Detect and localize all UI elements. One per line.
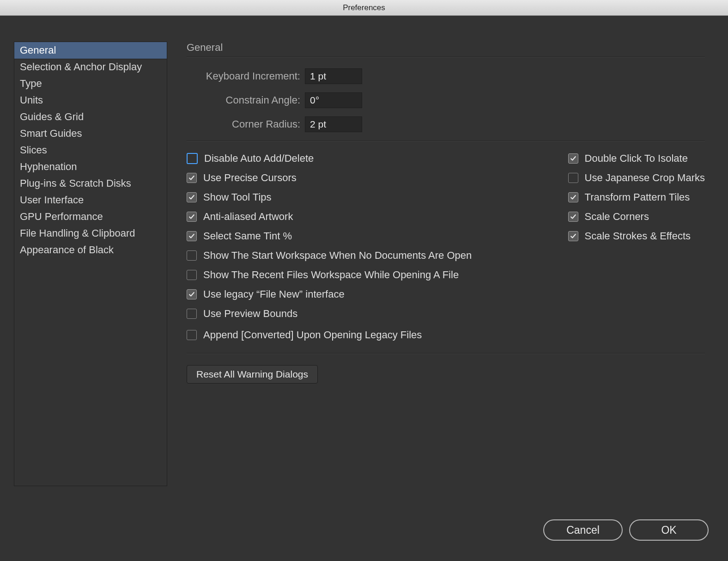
checkbox-label: Disable Auto Add/Delete — [204, 152, 314, 165]
sidebar-item-user-interface[interactable]: User Interface — [14, 192, 167, 208]
left-checkbox-row: Anti-aliased Artwork — [187, 211, 554, 223]
left-checkbox-row: Use legacy “File New” interface — [187, 288, 554, 300]
sidebar-item-label: Hyphenation — [20, 161, 77, 172]
sidebar-item-plug-ins-scratch-disks[interactable]: Plug-ins & Scratch Disks — [14, 175, 167, 192]
constrain-angle-input[interactable] — [305, 92, 362, 108]
right-checkbox-row: Scale Corners — [568, 211, 705, 223]
divider — [187, 56, 705, 57]
checkbox[interactable] — [187, 192, 197, 202]
sidebar-item-hyphenation[interactable]: Hyphenation — [14, 159, 167, 175]
checkbox[interactable] — [187, 309, 197, 319]
reset-button-label: Reset All Warning Dialogs — [196, 369, 308, 380]
checkbox-label: Use Preview Bounds — [203, 308, 297, 320]
left-checkbox-row: Show The Start Workspace When No Documen… — [187, 250, 554, 262]
checkbox[interactable] — [568, 192, 578, 202]
checkbox-label: Scale Strokes & Effects — [585, 230, 691, 242]
right-checkbox-row: Use Japanese Crop Marks — [568, 172, 705, 184]
checkbox[interactable] — [568, 212, 578, 222]
sidebar-item-smart-guides[interactable]: Smart Guides — [14, 125, 167, 142]
sidebar-item-units[interactable]: Units — [14, 92, 167, 109]
ok-button-label: OK — [661, 524, 676, 537]
checkbox-label: Transform Pattern Tiles — [585, 191, 690, 203]
category-sidebar: GeneralSelection & Anchor DisplayTypeUni… — [14, 42, 167, 486]
checkbox-label: Double Click To Isolate — [585, 152, 688, 165]
sidebar-item-slices[interactable]: Slices — [14, 142, 167, 159]
sidebar-item-label: File Handling & Clipboard — [20, 227, 135, 239]
general-panel: General Keyboard Increment: Constrain An… — [187, 42, 714, 384]
sidebar-item-label: Smart Guides — [20, 128, 82, 139]
sidebar-item-label: Type — [20, 78, 42, 89]
keyboard-increment-label: Keyboard Increment: — [187, 70, 305, 82]
sidebar-item-label: Plug-ins & Scratch Disks — [20, 177, 131, 189]
left-checkbox-row: Disable Auto Add/Delete — [187, 152, 554, 165]
cancel-button[interactable]: Cancel — [543, 519, 623, 541]
panel-title: General — [187, 42, 705, 54]
keyboard-increment-input[interactable] — [305, 68, 362, 84]
checkbox[interactable] — [187, 212, 197, 222]
checkbox-label: Use Precise Cursors — [203, 172, 297, 184]
checkbox-area: Disable Auto Add/DeleteUse Precise Curso… — [187, 152, 705, 320]
sidebar-item-file-handling-clipboard[interactable]: File Handling & Clipboard — [14, 225, 167, 242]
checkbox-label: Show Tool Tips — [203, 191, 272, 203]
checkbox[interactable] — [187, 250, 197, 261]
constrain-angle-label: Constrain Angle: — [187, 94, 305, 106]
checkbox-label: Select Same Tint % — [203, 230, 292, 242]
right-checkbox-row: Transform Pattern Tiles — [568, 191, 705, 203]
window-title-bar: Preferences — [0, 0, 728, 16]
corner-radius-row: Corner Radius: — [187, 116, 705, 132]
checkbox-column-left: Disable Auto Add/DeleteUse Precise Curso… — [187, 152, 554, 320]
left-checkbox-row: Show Tool Tips — [187, 191, 554, 203]
sidebar-item-label: Guides & Grid — [20, 111, 84, 122]
left-checkbox-row: Use Precise Cursors — [187, 172, 554, 184]
checkbox-label: Show The Start Workspace When No Documen… — [203, 250, 472, 262]
checkbox[interactable] — [187, 330, 197, 340]
checkbox[interactable] — [568, 153, 578, 164]
checkbox-column-right: Double Click To IsolateUse Japanese Crop… — [568, 152, 705, 320]
ok-button[interactable]: OK — [629, 519, 709, 541]
bottom-checkbox-row: Append [Converted] Upon Opening Legacy F… — [187, 329, 705, 341]
checkbox[interactable] — [187, 289, 197, 299]
divider — [187, 353, 705, 354]
sidebar-item-appearance-of-black[interactable]: Appearance of Black — [14, 242, 167, 258]
dialog-footer: Cancel OK — [543, 519, 709, 541]
checkbox-label: Use Japanese Crop Marks — [585, 172, 705, 184]
sidebar-item-label: Slices — [20, 144, 47, 156]
right-checkbox-row: Scale Strokes & Effects — [568, 230, 705, 242]
checkbox-label: Append [Converted] Upon Opening Legacy F… — [203, 329, 422, 341]
left-checkbox-row: Show The Recent Files Workspace While Op… — [187, 269, 554, 281]
sidebar-item-general[interactable]: General — [14, 42, 167, 59]
checkbox[interactable] — [187, 270, 197, 280]
window-title: Preferences — [343, 3, 385, 12]
cancel-button-label: Cancel — [566, 524, 600, 537]
sidebar-item-selection-anchor-display[interactable]: Selection & Anchor Display — [14, 59, 167, 75]
sidebar-item-label: User Interface — [20, 194, 84, 206]
checkbox[interactable] — [187, 153, 198, 164]
checkbox[interactable] — [187, 231, 197, 241]
left-checkbox-row: Select Same Tint % — [187, 230, 554, 242]
sidebar-item-guides-grid[interactable]: Guides & Grid — [14, 109, 167, 125]
sidebar-item-type[interactable]: Type — [14, 75, 167, 92]
keyboard-increment-row: Keyboard Increment: — [187, 68, 705, 84]
left-checkbox-row: Use Preview Bounds — [187, 308, 554, 320]
checkbox-label: Anti-aliased Artwork — [203, 211, 293, 223]
sidebar-item-label: GPU Performance — [20, 211, 103, 222]
preferences-window-body: GeneralSelection & Anchor DisplayTypeUni… — [0, 16, 728, 561]
sidebar-item-gpu-performance[interactable]: GPU Performance — [14, 208, 167, 225]
divider — [187, 140, 705, 141]
checkbox-label: Scale Corners — [585, 211, 649, 223]
checkbox[interactable] — [568, 173, 578, 183]
sidebar-item-label: General — [20, 44, 56, 56]
checkbox-label: Use legacy “File New” interface — [203, 288, 345, 300]
checkbox[interactable] — [187, 173, 197, 183]
reset-all-warning-dialogs-button[interactable]: Reset All Warning Dialogs — [187, 365, 318, 384]
right-checkbox-row: Double Click To Isolate — [568, 152, 705, 165]
checkbox-column-bottom: Append [Converted] Upon Opening Legacy F… — [187, 329, 705, 341]
sidebar-item-label: Units — [20, 94, 43, 106]
checkbox-label: Show The Recent Files Workspace While Op… — [203, 269, 459, 281]
corner-radius-label: Corner Radius: — [187, 118, 305, 130]
constrain-angle-row: Constrain Angle: — [187, 92, 705, 108]
sidebar-item-label: Selection & Anchor Display — [20, 61, 142, 73]
checkbox[interactable] — [568, 231, 578, 241]
corner-radius-input[interactable] — [305, 116, 362, 132]
sidebar-item-label: Appearance of Black — [20, 244, 114, 256]
